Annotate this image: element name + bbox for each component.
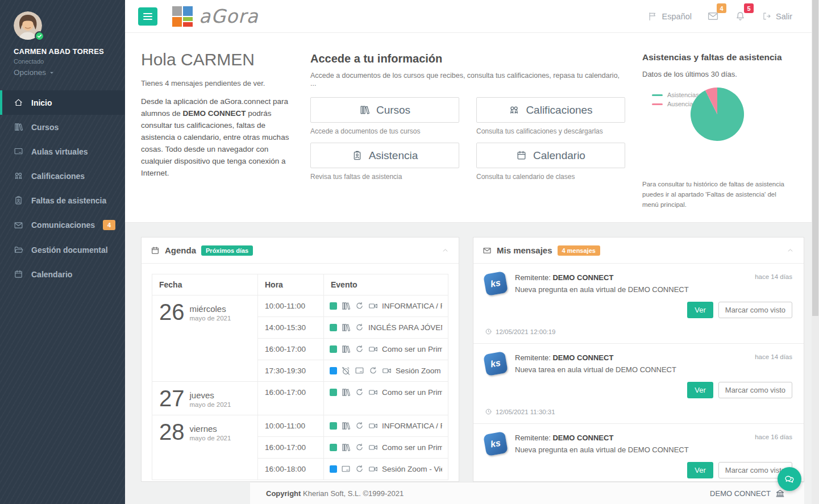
mark-as-seen-button[interactable]: Marcar como visto bbox=[718, 302, 792, 318]
envelope-icon bbox=[483, 246, 492, 255]
top-header: aGora Español 4 5 Salir bbox=[125, 0, 812, 33]
collapse-messages-button[interactable] bbox=[786, 246, 795, 255]
collapse-agenda-button[interactable] bbox=[441, 246, 450, 255]
sidebar-item-label: Cursos bbox=[31, 123, 59, 132]
agenda-time-cell: 16:00-18:00 bbox=[258, 459, 324, 480]
card-caption: Revisa tus faltas de asistencia bbox=[310, 173, 459, 181]
message-item: ksRemitente: DEMO CONNECTNueva pregunta … bbox=[473, 424, 804, 482]
agenda-event-cell[interactable]: Sesión Zoom - Vie bbox=[324, 459, 448, 480]
avatar bbox=[14, 11, 42, 40]
agenda-column-header: Evento bbox=[324, 274, 448, 295]
menu-toggle-button[interactable] bbox=[138, 7, 157, 26]
event-label: INGLÉS PARA JÓVENE bbox=[368, 323, 442, 332]
event-color-swatch bbox=[330, 345, 337, 353]
header-actions: Español 4 5 Salir bbox=[647, 10, 792, 22]
card-calificaciones-button[interactable]: Calificaciones bbox=[476, 97, 625, 123]
event-color-swatch bbox=[330, 389, 337, 396]
message-body: Nueva tarea en aula virtual de DEMO CONN… bbox=[515, 365, 792, 374]
event-color-swatch bbox=[330, 367, 337, 374]
language-selector[interactable]: Español bbox=[647, 11, 692, 22]
access-card-cell: CursosAccede a documentos de tus cursos bbox=[310, 97, 459, 135]
sidebar-item-comunicaciones[interactable]: Comunicaciones4 bbox=[0, 213, 125, 238]
user-profile: CARMEN ABAD TORRES Conectado Opciones bbox=[0, 0, 125, 77]
agenda-weekday: miércoles bbox=[190, 304, 231, 314]
view-message-button[interactable]: Ver bbox=[687, 302, 713, 318]
agenda-body: FechaHoraEvento26miércolesmayo de 202110… bbox=[142, 264, 459, 482]
notifications-button[interactable]: 5 bbox=[734, 10, 746, 22]
agenda-event-cell[interactable]: INFORMATICA / FE bbox=[324, 415, 448, 437]
event-label: Como ser un Prim bbox=[382, 345, 442, 353]
card-cursos-button[interactable]: Cursos bbox=[310, 97, 459, 123]
card-calendario-button[interactable]: Calendario bbox=[476, 143, 625, 168]
event-label: INFORMATICA / FE bbox=[382, 422, 442, 430]
message-timestamp: 12/05/2021 12:00:19 bbox=[485, 328, 792, 335]
agenda-event-cell[interactable]: INFORMATICA / FE bbox=[324, 295, 448, 317]
sign-out-icon bbox=[762, 11, 771, 21]
message-sender: Remitente: DEMO CONNECT bbox=[515, 434, 792, 442]
agenda-time-cell: 14:00-15:30 bbox=[258, 317, 324, 339]
video-icon bbox=[368, 301, 378, 311]
pending-messages-text: Tienes 4 mensajes pendientes de ver. bbox=[141, 79, 301, 88]
books-icon bbox=[341, 421, 351, 431]
sidebar-item-label: Calificaciones bbox=[31, 172, 85, 181]
agenda-event-cell[interactable]: Como ser un Prim bbox=[324, 382, 448, 415]
agenda-weekday: viernes bbox=[190, 424, 231, 434]
sidebar-item-faltas-de-asistencia[interactable]: Faltas de asistencia bbox=[0, 188, 125, 213]
screen-icon bbox=[14, 147, 23, 156]
agenda-event-cell[interactable]: Como ser un Prim bbox=[324, 339, 448, 360]
agenda-event-cell[interactable]: INGLÉS PARA JÓVENE bbox=[324, 317, 448, 339]
bank-icon bbox=[775, 489, 785, 498]
online-check-icon bbox=[35, 31, 44, 41]
legend-swatch bbox=[652, 103, 663, 105]
calendar-icon bbox=[151, 246, 160, 255]
view-message-button[interactable]: Ver bbox=[687, 462, 713, 478]
attendance-note: Para consultar tu histórico de faltas de… bbox=[642, 180, 788, 210]
agenda-date-cell: 26miércolesmayo de 2021 bbox=[152, 295, 258, 382]
scrollbar-thumb[interactable] bbox=[812, 0, 818, 316]
agenda-date-cell: 27juevesmayo de 2021 bbox=[152, 382, 258, 415]
messages-title: Mis mensajes bbox=[497, 245, 552, 255]
message-timestamp: 12/05/2021 11:30:31 bbox=[485, 408, 792, 415]
sidebar-item-gestion-documental[interactable]: Gestión documental bbox=[0, 238, 125, 262]
brand-name: aGora bbox=[199, 5, 259, 27]
agenda-event-cell[interactable]: Sesión Zoom - N bbox=[324, 360, 448, 382]
event-color-swatch bbox=[330, 422, 337, 430]
chevron-up-icon bbox=[441, 246, 450, 255]
sidebar-item-calificaciones[interactable]: Calificaciones bbox=[0, 164, 125, 188]
books-icon bbox=[341, 388, 351, 397]
user-options-menu[interactable]: Opciones bbox=[14, 68, 56, 77]
messages-header-button[interactable]: 4 bbox=[707, 10, 719, 22]
event-label: Como ser un Prim bbox=[382, 388, 442, 397]
books-icon bbox=[341, 443, 351, 452]
intro-text-rest: podrás consultar tus calificaciones, fal… bbox=[141, 109, 289, 177]
chat-fab-button[interactable] bbox=[778, 467, 801, 491]
language-label: Español bbox=[662, 12, 692, 21]
page-scrollbar[interactable] bbox=[812, 0, 819, 504]
event-color-swatch bbox=[330, 465, 337, 473]
sidebar-item-aulas-virtuales[interactable]: Aulas virtuales bbox=[0, 139, 125, 164]
card-caption: Accede a documentos de tus cursos bbox=[310, 127, 459, 135]
agenda-badge: Próximos días bbox=[201, 245, 253, 256]
view-message-button[interactable]: Ver bbox=[687, 382, 713, 398]
award-icon bbox=[509, 105, 519, 115]
event-color-swatch bbox=[330, 302, 337, 310]
logout-button[interactable]: Salir bbox=[762, 11, 792, 21]
agenda-row: 26miércolesmayo de 202110:00-11:00INFORM… bbox=[152, 295, 448, 317]
sidebar-item-cursos[interactable]: Cursos bbox=[0, 115, 125, 139]
agenda-time-cell: 16:00-17:00 bbox=[258, 382, 324, 415]
calendar-icon bbox=[14, 269, 23, 279]
rotate-icon bbox=[355, 443, 364, 452]
agenda-time-cell: 10:00-11:00 bbox=[258, 415, 324, 437]
agenda-event-cell[interactable]: Como ser un Prim bbox=[324, 437, 448, 459]
mark-as-seen-button[interactable]: Marcar como visto bbox=[718, 382, 792, 398]
chat-bubbles-icon bbox=[784, 473, 796, 485]
user-status: Conectado bbox=[14, 58, 111, 65]
books-icon bbox=[341, 301, 351, 311]
sidebar-nav: InicioCursosAulas virtualesCalificacione… bbox=[0, 90, 125, 286]
sidebar-item-calendario[interactable]: Calendario bbox=[0, 262, 125, 286]
card-asistencia-button[interactable]: Asistencia bbox=[310, 143, 459, 168]
calendar-icon bbox=[516, 150, 527, 161]
sidebar-item-inicio[interactable]: Inicio bbox=[0, 90, 125, 115]
agenda-time-cell: 17:30-19:30 bbox=[258, 360, 324, 382]
video-icon bbox=[368, 464, 378, 474]
